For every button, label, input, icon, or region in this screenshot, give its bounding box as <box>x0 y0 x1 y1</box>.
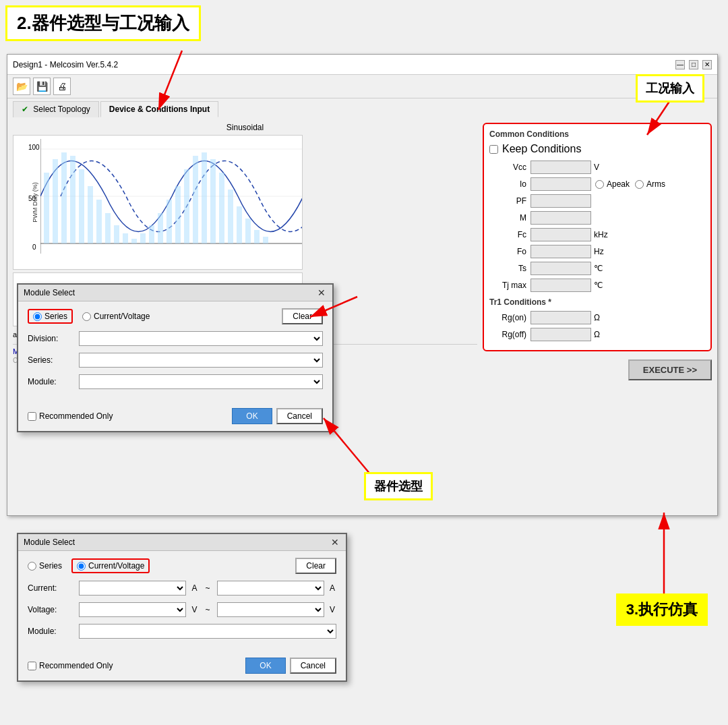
window-title: Design1 - Melcosim Ver.5.4.2 <box>13 60 118 69</box>
rgon-label: Rg(on) <box>489 313 526 322</box>
arms-label[interactable]: Arms <box>635 179 665 189</box>
vcc-input[interactable] <box>530 161 591 174</box>
minimize-button[interactable]: — <box>675 60 685 69</box>
maximize-button[interactable]: □ <box>689 60 698 69</box>
apeak-label[interactable]: Apeak <box>595 179 630 189</box>
open-button[interactable]: 📂 <box>13 78 30 95</box>
tab-select-topology-label: Select Topology <box>33 105 90 114</box>
dialog2-recommended-checkbox[interactable] <box>28 662 36 670</box>
io-input[interactable] <box>530 177 591 191</box>
dialog2-recommended-label[interactable]: Recommended Only <box>28 661 113 670</box>
dialog1-radio-row: Series Current/Voltage Clear <box>28 308 323 324</box>
svg-rect-12 <box>53 159 58 243</box>
dialog2-cv-radio[interactable] <box>77 562 86 571</box>
vcc-label: Vcc <box>489 163 526 172</box>
device-select-annotation: 器件选型 <box>364 472 433 500</box>
tab-device-conditions[interactable]: Device & Conditions Input <box>100 101 218 117</box>
dialog2-voltage-select1[interactable] <box>79 602 186 617</box>
svg-rect-36 <box>263 237 268 243</box>
dialog1-cv-radio[interactable] <box>82 312 91 321</box>
dialog2-module-row: Module: <box>28 624 336 639</box>
dialog2-current-select1[interactable] <box>79 581 186 596</box>
svg-rect-28 <box>193 156 198 243</box>
dialog2-cancel-button[interactable]: Cancel <box>290 658 336 674</box>
svg-rect-21 <box>131 239 137 243</box>
rgon-unit: Ω <box>594 313 600 322</box>
keep-conditions-checkbox[interactable] <box>489 145 498 154</box>
dialog2-module-label: Module: <box>28 627 75 636</box>
dialog2-footer: Recommended Only OK Cancel <box>18 652 346 680</box>
dialog2-voltage-unit1: V <box>191 605 197 614</box>
vcc-unit: V <box>594 163 599 172</box>
m-label: M <box>489 213 526 223</box>
dialog1-clear-button[interactable]: Clear <box>282 308 323 324</box>
dialog1-cv-label[interactable]: Current/Voltage <box>82 312 150 321</box>
rgoff-label: Rg(off) <box>489 330 526 339</box>
dialog2-tilde1: ~ <box>203 583 213 593</box>
waveform-svg <box>40 139 303 264</box>
dialog1-division-label: Division: <box>28 334 75 343</box>
dialog1-close-button[interactable]: ✕ <box>316 287 327 298</box>
execute-button[interactable]: EXECUTE >> <box>628 359 712 380</box>
toolbar: 📂 💾 🖨 <box>7 75 717 98</box>
dialog1-title: Module Select <box>24 288 75 297</box>
common-conditions-section: Common Conditions Keep Conditions Vcc V … <box>483 123 712 351</box>
dialog2-module-select[interactable] <box>79 624 336 639</box>
svg-rect-30 <box>210 159 216 243</box>
dialog2-voltage-row: Voltage: V ~ V <box>28 602 336 617</box>
dialog2-close-button[interactable]: ✕ <box>330 537 340 548</box>
dialog1-ok-button[interactable]: OK <box>232 408 272 424</box>
io-label: Io <box>489 179 526 189</box>
ts-input[interactable] <box>530 262 591 275</box>
ts-row: Ts ℃ <box>489 262 705 275</box>
tjmax-label: Tj max <box>489 281 526 290</box>
dialog2-series-radio[interactable] <box>28 562 36 571</box>
svg-rect-33 <box>237 206 242 243</box>
io-row: Io Apeak Arms <box>489 177 705 191</box>
dialog1-series-radio[interactable] <box>33 312 42 321</box>
arms-radio[interactable] <box>635 180 644 189</box>
tr1-conditions-title: Tr1 Conditions * <box>489 297 705 307</box>
m-input[interactable] <box>530 211 591 225</box>
dialog1-module-select[interactable] <box>79 374 323 389</box>
dialog1-series-field-label: Series: <box>28 355 75 365</box>
fo-input[interactable] <box>530 245 591 258</box>
pf-input[interactable] <box>530 194 591 208</box>
dialog1-recommended-checkbox[interactable] <box>28 412 36 421</box>
svg-rect-32 <box>228 190 233 243</box>
rgoff-input[interactable] <box>530 328 591 341</box>
print-button[interactable]: 🖨 <box>53 78 71 95</box>
dialog1-module-label: Module: <box>28 377 75 386</box>
keep-conditions-row: Keep Conditions <box>489 143 705 155</box>
tjmax-input[interactable] <box>530 279 591 292</box>
svg-rect-29 <box>202 152 207 243</box>
dialog2-body: Series Current/Voltage Clear Current: A … <box>18 551 346 652</box>
close-button[interactable]: ✕ <box>702 60 712 69</box>
dialog1-recommended-label[interactable]: Recommended Only <box>28 411 113 421</box>
rgoff-unit: Ω <box>594 330 600 339</box>
dialog1-division-row: Division: <box>28 331 323 346</box>
svg-rect-31 <box>219 173 224 243</box>
topology-check-icon: ✔ <box>22 105 28 114</box>
dialog1-series-label[interactable]: Series <box>28 309 73 324</box>
dialog2-voltage-select2[interactable] <box>217 602 324 617</box>
rgon-input[interactable] <box>530 311 591 324</box>
dialog2-clear-button[interactable]: Clear <box>295 558 336 574</box>
dialog1-series-select[interactable] <box>79 353 323 368</box>
dialog2-ok-button[interactable]: OK <box>245 658 285 674</box>
dialog2-current-unit2: A <box>330 583 335 593</box>
dialog2-current-select2[interactable] <box>217 581 324 596</box>
dialog1-module-select: Module Select ✕ Series Current/Voltage C… <box>17 283 334 432</box>
fo-unit: Hz <box>594 247 604 256</box>
dialog2-cv-label[interactable]: Current/Voltage <box>71 558 150 573</box>
tab-select-topology[interactable]: ✔ Select Topology <box>13 101 99 117</box>
save-button[interactable]: 💾 <box>33 78 51 95</box>
dialog1-division-select[interactable] <box>79 331 323 346</box>
fc-input[interactable] <box>530 228 591 241</box>
title-bar-buttons: — □ ✕ <box>675 60 712 69</box>
apeak-radio[interactable] <box>595 180 604 189</box>
dialog2-current-label: Current: <box>28 583 75 593</box>
dialog2-series-label[interactable]: Series <box>28 561 62 571</box>
dialog1-cancel-button[interactable]: Cancel <box>276 408 323 424</box>
tab-bar: ✔ Select Topology Device & Conditions In… <box>7 98 717 117</box>
